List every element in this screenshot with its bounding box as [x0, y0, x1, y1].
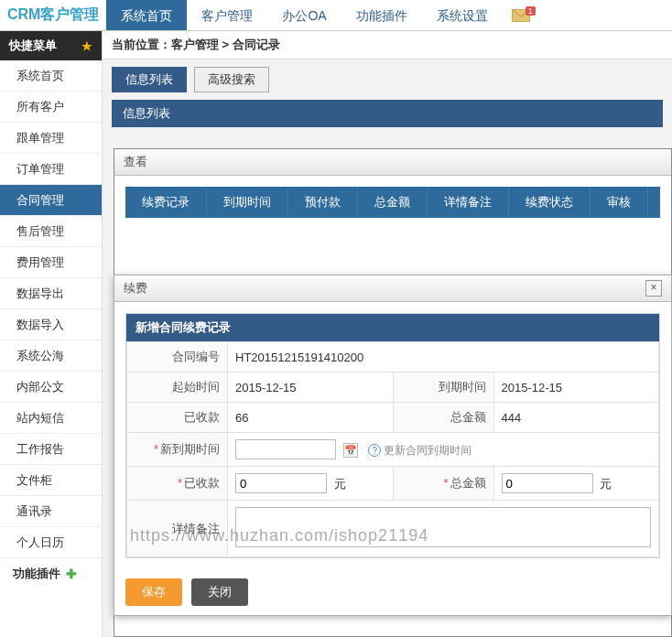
close-icon[interactable]: × — [645, 280, 662, 297]
sidebar-footer[interactable]: 功能插件 ✚ — [0, 558, 102, 589]
sidebar-header: 快捷菜单 ★ — [0, 31, 102, 60]
sidebar-item-contracts[interactable]: 合同管理 — [0, 185, 102, 216]
sidebar-item-filecabinet[interactable]: 文件柜 — [0, 465, 102, 496]
lbl-new-received: *已收款 — [127, 467, 228, 501]
unit-total: 元 — [600, 477, 612, 491]
sidebar-footer-label: 功能插件 — [13, 558, 60, 589]
help-text: ?更新合同到期时间 — [368, 444, 471, 457]
unit-received: 元 — [334, 477, 346, 491]
vtab-status[interactable]: 续费状态 — [509, 187, 591, 218]
lbl-start-time: 起始时间 — [127, 372, 228, 403]
renew-modal-title: 续费 — [124, 280, 147, 297]
vtab-total[interactable]: 总金额 — [358, 187, 428, 218]
new-received-input[interactable] — [235, 473, 327, 493]
sidebar-item-export[interactable]: 数据导出 — [0, 278, 102, 309]
val-received: 66 — [228, 403, 394, 433]
vtab-end-time[interactable]: 到期时间 — [207, 187, 288, 218]
sidebar-item-import[interactable]: 数据导入 — [0, 309, 102, 340]
lbl-end-time: 到期时间 — [393, 372, 493, 403]
topnav-home[interactable]: 系统首页 — [106, 0, 187, 30]
sidebar-item-home[interactable]: 系统首页 — [0, 60, 102, 92]
mail-badge: 1 — [526, 6, 536, 16]
sidebar-item-follow[interactable]: 跟单管理 — [0, 123, 102, 154]
brand-title: CRM客户管理 — [0, 5, 106, 25]
view-modal-tabs: 续费记录 到期时间 预付款 总金额 详情备注 续费状态 审核 — [125, 187, 660, 218]
puzzle-icon: ✚ — [66, 558, 77, 589]
top-nav: 系统首页 客户管理 办公OA 功能插件 系统设置 — [106, 0, 502, 30]
close-button[interactable]: 关闭 — [191, 578, 248, 606]
lbl-contract-no: 合同编号 — [127, 342, 228, 372]
modal-footer: 保存 关闭 — [114, 569, 671, 615]
help-icon: ? — [368, 444, 381, 457]
lbl-remark: 详情备注 — [127, 501, 228, 557]
renew-modal: 续费 × 新增合同续费记录 合同编号 HT20151215191410200 起… — [114, 275, 672, 616]
lbl-new-end: *新到期时间 — [127, 433, 228, 467]
sidebar-item-report[interactable]: 工作报告 — [0, 434, 102, 465]
vtab-audit[interactable]: 审核 — [591, 187, 648, 218]
sidebar-item-customers[interactable]: 所有客户 — [0, 92, 102, 123]
sidebar-item-aftersale[interactable]: 售后管理 — [0, 216, 102, 247]
content-area: 当前位置：客户管理 > 合同记录 信息列表 高级搜索 信息列表 查看 续费记录 … — [103, 31, 672, 637]
sidebar-item-msg[interactable]: 站内短信 — [0, 403, 102, 434]
val-start-time: 2015-12-15 — [228, 372, 394, 403]
sidebar-item-public[interactable]: 系统公海 — [0, 340, 102, 372]
vtab-prepay[interactable]: 预付款 — [288, 187, 358, 218]
view-modal-title: 查看 — [114, 149, 671, 176]
new-total-input[interactable] — [502, 473, 593, 493]
tab-info-list[interactable]: 信息列表 — [112, 67, 187, 92]
sidebar-item-docs[interactable]: 内部公文 — [0, 372, 102, 403]
val-contract-no: HT20151215191410200 — [228, 342, 659, 372]
mail-icon[interactable]: 1 — [512, 9, 530, 22]
tab-adv-search[interactable]: 高级搜索 — [194, 67, 269, 92]
vtab-renew-log[interactable]: 续费记录 — [125, 187, 207, 218]
renew-form: 合同编号 HT20151215191410200 起始时间 2015-12-15… — [126, 341, 659, 557]
val-total: 444 — [493, 403, 659, 433]
form-header: 新增合同续费记录 — [126, 314, 659, 341]
breadcrumb: 当前位置：客户管理 > 合同记录 — [103, 31, 672, 59]
topnav-oa[interactable]: 办公OA — [267, 0, 341, 30]
star-icon: ★ — [81, 39, 92, 53]
renew-modal-titlebar: 续费 × — [114, 275, 671, 302]
sidebar-item-orders[interactable]: 订单管理 — [0, 154, 102, 185]
tabbar: 信息列表 高级搜索 — [103, 59, 672, 100]
val-end-time: 2015-12-15 — [493, 372, 659, 403]
topnav-plugin[interactable]: 功能插件 — [341, 0, 422, 30]
sidebar-title: 快捷菜单 — [9, 38, 57, 54]
lbl-total: 总金额 — [393, 403, 493, 433]
remark-textarea[interactable] — [235, 507, 651, 547]
topnav-settings[interactable]: 系统设置 — [422, 0, 503, 30]
save-button[interactable]: 保存 — [125, 578, 182, 606]
vtab-detail[interactable]: 详情备注 — [428, 187, 509, 218]
lbl-received: 已收款 — [127, 403, 228, 433]
list-header: 信息列表 — [112, 100, 663, 127]
topnav-customer[interactable]: 客户管理 — [187, 0, 267, 30]
sidebar: 快捷菜单 ★ 系统首页 所有客户 跟单管理 订单管理 合同管理 售后管理 费用管… — [0, 31, 103, 637]
new-end-date-input[interactable] — [235, 439, 336, 459]
sidebar-item-contacts[interactable]: 通讯录 — [0, 496, 102, 527]
sidebar-item-expense[interactable]: 费用管理 — [0, 247, 102, 278]
calendar-icon[interactable]: 📅 — [343, 443, 358, 458]
lbl-new-total: *总金额 — [393, 467, 493, 501]
sidebar-item-calendar[interactable]: 个人日历 — [0, 527, 102, 558]
